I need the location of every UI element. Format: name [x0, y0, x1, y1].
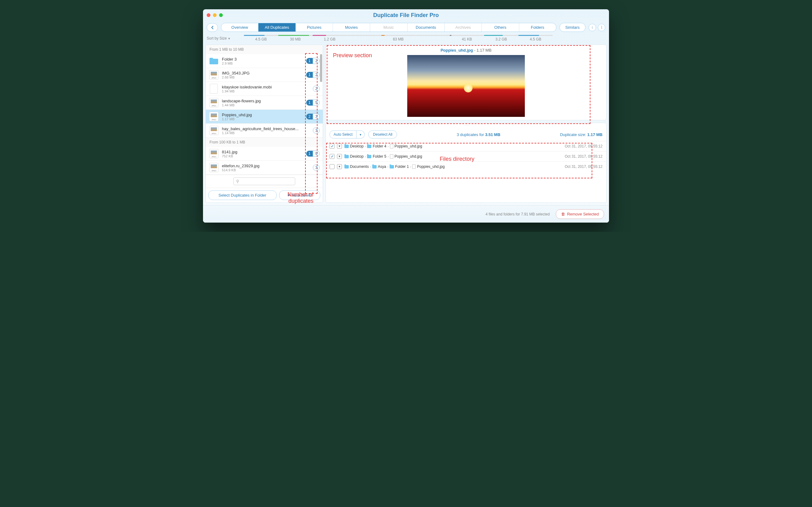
folder-icon — [209, 57, 219, 65]
path-menu-button[interactable]: ▼ — [337, 144, 342, 149]
duplicate-count-badge[interactable]: 1 — [306, 151, 313, 157]
chevron-right-icon: › — [388, 145, 388, 148]
auto-select-detail-button[interactable]: Auto Select — [329, 130, 356, 138]
image-file-icon: JPEG — [209, 126, 218, 135]
breadcrumb: Desktop› Folder 5› Poppies_uhd.jpg — [344, 154, 562, 159]
duplicate-count-badge[interactable]: 3 — [313, 127, 320, 133]
maximize-window-button[interactable] — [219, 13, 223, 17]
size-group-header: From 1 MB to 10 MB — [206, 45, 323, 54]
duplicate-path-row[interactable]: ▼ Desktop› Folder 5› Poppies_uhd.jpg Oct… — [326, 151, 606, 161]
scrollbar-thumb[interactable] — [320, 54, 322, 82]
duplicate-count-badge[interactable]: 2 — [313, 86, 320, 92]
file-size: 1.14 MB — [222, 131, 310, 135]
file-timestamp: Oct 31, 2017, 09:55:12 — [565, 144, 603, 149]
badge-group: 3 — [313, 127, 320, 133]
chevron-right-icon: › — [388, 155, 388, 158]
search-box[interactable]: ⚲ — [233, 177, 295, 185]
list-item[interactable]: JPEG landscape-flowers.jpg 1.44 MB 15 — [206, 96, 323, 110]
list-item[interactable]: JPEG IMG_3543.JPG 2.68 MB 12 — [206, 68, 323, 82]
minimize-window-button[interactable] — [213, 13, 217, 17]
badge-group: 23 — [306, 113, 320, 120]
tab-others[interactable]: Others — [482, 23, 519, 32]
info-button[interactable]: i — [589, 24, 596, 31]
main-content: From 1 MB to 10 MB Folder 3 2.9 MB 12 JP… — [203, 45, 609, 205]
size-indicator: 1.2 GB — [312, 35, 347, 42]
close-window-button[interactable] — [207, 13, 210, 17]
app-window: Duplicate File Finder Pro OverviewAll Du… — [203, 9, 609, 223]
preview-image — [407, 55, 525, 117]
breadcrumb-segment: Desktop — [344, 144, 364, 149]
duplicates-list[interactable]: From 1 MB to 10 MB Folder 3 2.9 MB 12 JP… — [206, 45, 323, 175]
breadcrumb: Desktop› Folder 4› Poppies_uhd.jpg — [344, 144, 562, 149]
folder-icon — [367, 145, 371, 148]
duplicate-count-badge[interactable]: 2 — [306, 113, 313, 120]
file-size: 1.94 MB — [222, 89, 310, 93]
file-size: 752 KB — [222, 154, 303, 158]
duplicate-count-badge[interactable]: 1 — [306, 100, 313, 106]
list-item[interactable]: JPEG 8141.jpg 752 KB 19 — [206, 147, 323, 161]
list-item[interactable]: JPEG elitefon.ru_23929.jpg 514.9 KB 3 — [206, 161, 323, 175]
list-item[interactable]: JPEG hay_bales_agriculture_field_trees_h… — [206, 124, 323, 137]
image-file-icon: JPEG — [209, 112, 218, 121]
size-indicator: 4.5 GB — [518, 35, 553, 42]
tab-archives[interactable]: Archives — [445, 23, 482, 32]
duplicate-count-badge[interactable]: 1 — [306, 72, 313, 78]
path-checkbox[interactable] — [329, 144, 335, 149]
breadcrumb-segment: Poppies_uhd.jpg — [390, 154, 422, 159]
sort-dropdown[interactable]: Sort by Size ▼ — [207, 36, 241, 41]
list-item[interactable]: Folder 3 2.9 MB 12 — [206, 54, 323, 68]
path-menu-button[interactable]: ▼ — [337, 154, 342, 159]
duplicate-count-badge[interactable]: 3 — [313, 113, 320, 120]
search-input[interactable] — [241, 179, 293, 184]
deselect-all-button[interactable]: Deselect All — [368, 130, 397, 138]
size-indicator: 63 MB — [381, 35, 416, 42]
feed-button[interactable]: ⌇ — [598, 24, 605, 31]
file-info: Folder 3 2.9 MB — [222, 57, 303, 65]
auto-select-dropdown-button[interactable]: ▼ — [356, 130, 364, 138]
tab-folders[interactable]: Folders — [519, 23, 556, 32]
tab-pictures[interactable]: Pictures — [296, 23, 333, 32]
tab-overview[interactable]: Overview — [221, 23, 258, 32]
duplicate-count-badge[interactable]: 2 — [313, 72, 320, 78]
auto-select-button[interactable]: ✦ Auto Select — [279, 190, 320, 200]
list-item[interactable]: JPEG Poppies_uhd.jpg 1.17 MB 23 — [206, 110, 323, 124]
duplicate-count-badge[interactable]: 5 — [313, 100, 320, 106]
duplicate-count-badge[interactable]: 9 — [313, 151, 320, 157]
size-indicator: 3.2 GB — [484, 35, 518, 42]
breadcrumb-segment: Documents — [344, 164, 369, 169]
breadcrumb-segment: Folder 4 — [367, 144, 386, 149]
duplicate-count-badge[interactable]: 3 — [313, 164, 320, 171]
tab-movies[interactable]: Movies — [333, 23, 370, 32]
duplicates-detail-panel: ⸱⸱⸱⸱⸱⸱ Auto Select ▼ Deselect All 3 dupl… — [325, 123, 607, 203]
duplicates-list-panel: From 1 MB to 10 MB Folder 3 2.9 MB 12 JP… — [205, 45, 323, 203]
tab-music[interactable]: Music — [370, 23, 407, 32]
duplicate-count-badge[interactable]: 2 — [313, 58, 320, 64]
duplicate-path-row[interactable]: ▼ Desktop› Folder 4› Poppies_uhd.jpg Oct… — [326, 141, 606, 151]
path-menu-button[interactable]: ▼ — [337, 164, 342, 169]
duplicate-count-badge[interactable]: 1 — [306, 58, 313, 64]
breadcrumb-segment: Folder 1 — [390, 164, 409, 169]
preview-filesize: - 1.17 MB — [474, 48, 492, 53]
remove-selected-button[interactable]: 🗑 Remove Selected — [556, 209, 604, 219]
file-size: 2.9 MB — [222, 61, 303, 65]
duplicate-path-row[interactable]: ▼ Documents› Asya› Folder 1› Poppies_uhd… — [326, 161, 606, 172]
path-checkbox[interactable] — [329, 154, 335, 159]
list-item[interactable]: kitayskoe issledovanie.mobi 1.94 MB 2 — [206, 82, 323, 96]
file-name: IMG_3543.JPG — [222, 71, 303, 75]
breadcrumb-segment: Desktop — [344, 154, 364, 159]
image-file-icon: JPEG — [209, 98, 218, 107]
select-duplicates-in-folder-button[interactable]: Select Duplicates in Folder — [208, 190, 276, 200]
breadcrumb-segment: Poppies_uhd.jpg — [390, 144, 422, 149]
tab-documents[interactable]: Documents — [408, 23, 445, 32]
size-group-header: From 100 KB to 1 MB — [206, 137, 323, 147]
file-info: elitefon.ru_23929.jpg 514.9 KB — [222, 164, 310, 172]
back-button[interactable] — [207, 23, 218, 32]
tab-all-duplicates[interactable]: All Duplicates — [258, 23, 296, 32]
similars-button[interactable]: Similars — [559, 23, 586, 32]
folder-icon — [344, 155, 349, 158]
path-checkbox[interactable] — [329, 164, 335, 169]
chevron-left-icon — [211, 25, 214, 30]
resize-grip[interactable]: ⸱⸱⸱⸱⸱⸱ — [326, 123, 606, 128]
file-name: 8141.jpg — [222, 150, 303, 154]
file-timestamp: Oct 31, 2017, 09:55:12 — [565, 164, 603, 169]
